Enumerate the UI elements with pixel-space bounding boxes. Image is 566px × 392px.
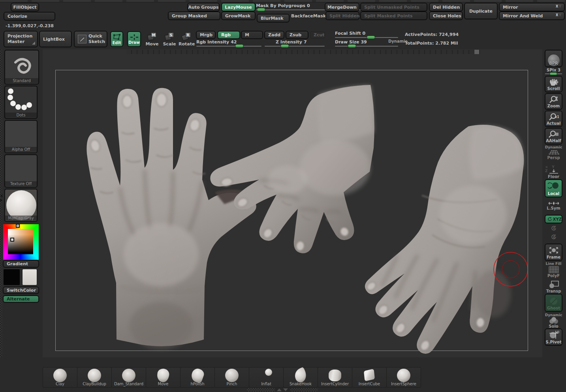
split-masked-points-button[interactable]: Split Masked Points: [361, 12, 427, 20]
main-color-swatch[interactable]: [3, 269, 20, 285]
spivot-button[interactable]: S.Pivot: [545, 329, 562, 345]
lsym-button[interactable]: L.Sym: [545, 201, 562, 210]
projection-master-button[interactable]: ProjectionMaster: [4, 31, 38, 47]
brush-snakehook[interactable]: SnakeHook: [283, 367, 318, 388]
zoom-magnifier-icon: [549, 96, 559, 103]
m-button[interactable]: M: [241, 31, 263, 39]
solo-button[interactable]: Dynamic Solo: [545, 313, 562, 328]
current-texture-thumbnail[interactable]: Texture Off: [5, 155, 37, 187]
transp-button[interactable]: Transp: [545, 280, 562, 293]
scroll-button[interactable]: Scroll: [545, 76, 562, 92]
rotate-xyz-button[interactable]: XYZ: [545, 215, 562, 223]
move-mode-button[interactable]: M Move: [145, 32, 159, 47]
mask-by-polygroups-slider[interactable]: Mask By Polygroups 0: [256, 3, 322, 10]
floor-icon: [548, 169, 559, 174]
inflat-brush-icon: [259, 369, 273, 382]
bpr-button[interactable]: BPR: [545, 50, 562, 67]
current-material-thumbnail[interactable]: MatCap Gray: [5, 189, 37, 221]
fill-object-button[interactable]: FillObject: [11, 3, 39, 11]
brush-inflat[interactable]: Inflat: [249, 367, 284, 388]
saturation-square[interactable]: [8, 229, 33, 254]
brush-insertcube[interactable]: InsertCube: [352, 367, 387, 388]
auto-groups-button[interactable]: Auto Groups: [188, 3, 219, 11]
timeline-knob[interactable]: [474, 50, 479, 54]
scale-mode-button[interactable]: S Scale: [162, 32, 177, 47]
z-label: Z: [553, 236, 555, 239]
draw-size-slider[interactable]: Draw Size 39: [335, 39, 389, 47]
secondary-color-marker[interactable]: [10, 238, 14, 242]
left-tray-divider-arrows[interactable]: [0, 193, 3, 203]
mirror-button[interactable]: Mirror XY: [499, 3, 564, 11]
mirror-and-weld-button[interactable]: Mirror And Weld XY: [499, 12, 564, 20]
zbrush-window: FillObject Colorize -1.399,0.027,-0.238 …: [0, 0, 566, 392]
color-picker[interactable]: [3, 224, 39, 260]
frame-button[interactable]: Frame: [545, 244, 562, 261]
focal-shift-slider[interactable]: Focal Shift 0: [335, 31, 389, 38]
duplicate-button[interactable]: Duplicate: [464, 3, 497, 19]
blurmask-button[interactable]: BlurMask: [257, 14, 289, 22]
bottom-tray-arrows[interactable]: [275, 388, 290, 392]
current-stroke-thumbnail[interactable]: Dots: [5, 86, 37, 118]
quick-sketch-button[interactable]: QuickSketch: [74, 31, 107, 47]
rgb-intensity-slider[interactable]: Rgb Intensity 42: [196, 39, 261, 47]
lazymouse-button[interactable]: LazyMouse: [222, 3, 255, 11]
draw-button[interactable]: Draw: [128, 32, 141, 47]
z-intensity-slider[interactable]: Z Intensity 7: [265, 39, 325, 47]
zoom-button[interactable]: Zoom: [545, 94, 562, 109]
actual-button[interactable]: x1 Actual: [545, 111, 562, 127]
close-holes-button[interactable]: Close Holes: [429, 12, 463, 20]
group-masked-button[interactable]: Group Masked: [168, 12, 220, 20]
document-canvas[interactable]: [43, 49, 542, 357]
secondary-color-swatch[interactable]: [22, 269, 37, 285]
brush-hpolish[interactable]: hPolish: [180, 367, 215, 388]
current-alpha-thumbnail[interactable]: Alpha Off: [5, 120, 37, 153]
split-hidden-button[interactable]: Split Hidden: [326, 12, 359, 20]
rotate-z-button[interactable]: Z: [545, 234, 562, 240]
corner-resize-icon: [32, 41, 35, 45]
colorize-button[interactable]: Colorize: [4, 12, 55, 20]
rgb-button[interactable]: Rgb: [218, 31, 240, 39]
lightbox-button[interactable]: LightBox: [39, 31, 71, 47]
brush-pinch[interactable]: Pinch: [214, 367, 249, 388]
brush-claybuildup[interactable]: ClayBuildup: [77, 367, 112, 388]
persp-button[interactable]: Dynamic Persp: [545, 145, 562, 160]
split-unmasked-points-button[interactable]: Split Unmasked Points: [361, 3, 427, 11]
bottom-tray-divider[interactable]: [247, 388, 275, 392]
spix-slider[interactable]: [545, 73, 562, 74]
aahalf-button[interactable]: AAHalf: [545, 128, 562, 144]
left-tray-divider[interactable]: [0, 49, 3, 357]
growmask-button[interactable]: GrowMask: [222, 12, 255, 20]
alternate-button[interactable]: Alternate: [3, 296, 39, 302]
local-button[interactable]: Local: [545, 180, 562, 197]
brush-clay[interactable]: Clay: [43, 367, 77, 388]
mrgb-button[interactable]: Mrgb: [196, 31, 215, 39]
insertsphere-brush-icon: [397, 369, 410, 382]
spix-knob[interactable]: [549, 72, 557, 75]
backfacemask-button[interactable]: BackfaceMask: [291, 13, 326, 19]
rotate-y-button[interactable]: Y: [545, 225, 562, 231]
ghost-button[interactable]: Ghost: [545, 294, 562, 311]
floor-button[interactable]: Floor: [545, 169, 562, 179]
hue-marker[interactable]: [16, 224, 20, 228]
edit-button[interactable]: Edit: [111, 32, 123, 47]
rotate-mode-button[interactable]: R Rotate: [179, 32, 194, 47]
mergedown-button[interactable]: MergeDown: [325, 3, 359, 11]
mirror-axis-icons: XY: [556, 5, 562, 8]
gradient-button[interactable]: Gradient: [3, 261, 39, 267]
bottom-tray-divider-right[interactable]: [290, 388, 318, 392]
document-border: [55, 70, 528, 351]
zadd-button[interactable]: Zadd: [265, 31, 284, 39]
switch-color-button[interactable]: SwitchColor: [3, 287, 39, 294]
polyf-button[interactable]: Line Fill PolyF: [545, 262, 562, 278]
current-brush-thumbnail[interactable]: Standard: [5, 50, 39, 84]
del-hidden-button[interactable]: Del Hidden: [429, 3, 463, 11]
move-mode-icon: M: [148, 32, 156, 40]
brush-insertcylinder[interactable]: InsertCylinder: [318, 367, 352, 388]
brush-insertsphere[interactable]: InsertSphere: [386, 367, 421, 388]
timeline-strip[interactable]: [126, 50, 480, 54]
zsub-button[interactable]: Zsub: [286, 31, 308, 39]
zcut-button[interactable]: Zcut: [310, 31, 325, 39]
brush-move[interactable]: Move: [146, 367, 181, 388]
edit-gizmo-icon: [113, 34, 121, 41]
brush-dam-standard[interactable]: Dam_Standard: [111, 367, 146, 388]
